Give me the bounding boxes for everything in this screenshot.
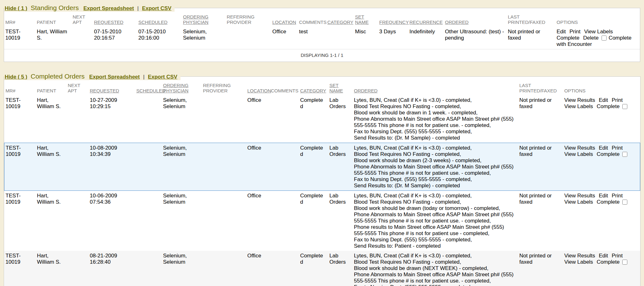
cell-location: Office xyxy=(246,95,270,143)
view-labels-link[interactable]: View Labels xyxy=(564,199,593,205)
cell-last-printed-faxed: Not printed or faxed xyxy=(518,251,563,286)
column-header-referring-provider: REFERRING PROVIDER xyxy=(225,12,271,27)
print-link[interactable]: Print xyxy=(612,253,623,259)
completed-orders-header-row: MR# PATIENT NEXT APT REQUESTED SCHEDULED… xyxy=(4,80,640,95)
order-select-checkbox[interactable] xyxy=(622,200,627,205)
cell-patient: Hart, William S. xyxy=(36,251,67,286)
column-header-requested[interactable]: REQUESTED xyxy=(89,80,135,95)
column-header-location[interactable]: LOCATION xyxy=(271,12,298,27)
cell-ordering-physician: Selenium, Selenium xyxy=(162,143,202,191)
cell-comments xyxy=(270,143,299,191)
hide-standing-orders-link[interactable]: Hide ( 1 ) xyxy=(5,5,27,11)
completed-export-separator: | xyxy=(143,74,144,80)
order-select-checkbox[interactable] xyxy=(622,104,627,109)
cell-mr-number: TEST-10019 xyxy=(4,95,36,143)
complete-link[interactable]: Complete xyxy=(597,151,620,157)
column-header-scheduled[interactable]: SCHEDULED xyxy=(137,12,182,27)
cell-options: View Results Edit Print View Labels Comp… xyxy=(563,251,640,286)
view-results-link[interactable]: View Results xyxy=(564,145,595,151)
column-header-category[interactable]: CATEGORY xyxy=(299,80,328,95)
cell-location: Office xyxy=(246,251,270,286)
column-header-requested[interactable]: REQUESTED xyxy=(93,12,137,27)
standing-orders-title: Standing Orders xyxy=(31,4,79,11)
cell-ordered: Lytes, BUN, Creat (Call if K+ is <3.0) -… xyxy=(353,251,518,286)
complete-link[interactable]: Complete xyxy=(597,103,620,109)
column-header-scheduled[interactable]: SCHEDULED xyxy=(135,80,162,95)
cell-frequency: 3 Days xyxy=(378,27,408,49)
column-header-set-name[interactable]: SET NAME xyxy=(328,80,353,95)
standing-orders-section: Hide ( 1 ) Standing Orders Export Spread… xyxy=(4,4,640,62)
cell-ordered: Lytes, BUN, Creat (Call if K+ is <3.0) -… xyxy=(353,143,518,191)
cell-scheduled xyxy=(135,251,162,286)
view-labels-link[interactable]: View Labels xyxy=(564,103,593,109)
cell-referring-provider xyxy=(202,191,246,251)
cell-category: Completed xyxy=(299,251,328,286)
complete-link[interactable]: Complete xyxy=(597,259,620,265)
standing-orders-paging-row: DISPLAYING 1-1 / 1 xyxy=(4,49,640,61)
complete-link[interactable]: Complete xyxy=(597,199,620,205)
edit-link[interactable]: Edit xyxy=(599,97,608,103)
standing-orders-header-row: MR# PATIENT NEXT APT REQUESTED SCHEDULED… xyxy=(4,12,640,27)
column-header-ordering-physician[interactable]: ORDERING PHYSICIAN xyxy=(162,80,202,95)
column-header-frequency[interactable]: FREQUENCY xyxy=(378,12,408,27)
view-labels-link[interactable]: View Labels xyxy=(564,151,593,157)
column-header-recurrence[interactable]: RECURRENCE xyxy=(408,12,444,27)
complete-link[interactable]: Complete xyxy=(557,35,580,41)
hide-completed-orders-link[interactable]: Hide ( 5 ) xyxy=(5,74,27,80)
column-header-set-name[interactable]: SET NAME xyxy=(354,12,378,27)
cell-comments xyxy=(270,251,299,286)
completed-orders-table: MR# PATIENT NEXT APT REQUESTED SCHEDULED… xyxy=(4,80,640,286)
print-link[interactable]: Print xyxy=(569,29,580,35)
column-header-ordered[interactable]: ORDERED xyxy=(444,12,507,27)
print-link[interactable]: Print xyxy=(612,145,623,151)
column-header-ordering-physician[interactable]: ORDERING PHYSICIAN xyxy=(182,12,225,27)
completed-order-row: TEST-10019 Hart, William S. 10-27-2009 1… xyxy=(4,95,640,143)
cell-patient: Hart, William S. xyxy=(36,27,71,49)
view-results-link[interactable]: View Results xyxy=(564,253,595,259)
view-labels-link[interactable]: View Labels xyxy=(584,29,613,35)
cell-next-apt xyxy=(67,191,89,251)
view-labels-link[interactable]: View Labels xyxy=(564,259,593,265)
completed-order-row-selected: TEST-10019 Hart, William S. 10-08-2009 1… xyxy=(4,143,640,191)
standing-export-spreadsheet-link[interactable]: Export Spreadsheet xyxy=(83,5,134,11)
view-results-link[interactable]: View Results xyxy=(564,97,595,103)
cell-set-name: Lab Orders xyxy=(328,143,353,191)
cell-requested: 10-06-2009 07:54:36 xyxy=(89,191,135,251)
completed-export-csv-link[interactable]: Export CSV xyxy=(148,74,177,80)
standing-export-csv-link[interactable]: Export CSV xyxy=(142,5,172,11)
edit-link[interactable]: Edit xyxy=(599,253,608,259)
edit-link[interactable]: Edit xyxy=(557,29,566,35)
column-header-referring-provider: REFERRING PROVIDER xyxy=(202,80,246,95)
cell-next-apt xyxy=(67,95,89,143)
order-select-checkbox[interactable] xyxy=(622,260,627,265)
cell-next-apt xyxy=(67,251,89,286)
print-link[interactable]: Print xyxy=(612,193,623,199)
column-header-options: OPTIONS xyxy=(563,80,640,95)
order-select-checkbox[interactable] xyxy=(622,152,627,157)
column-header-category[interactable]: CATEGORY xyxy=(326,12,354,27)
completed-order-row: TEST-10019 Hart, William S. 10-06-2009 0… xyxy=(4,191,640,251)
column-header-comments: COMMENTS xyxy=(298,12,326,27)
column-header-comments: COMMENTS xyxy=(270,80,299,95)
cell-category: Completed xyxy=(299,191,328,251)
completed-export-spreadsheet-link[interactable]: Export Spreadsheet xyxy=(89,74,140,80)
column-header-next-apt: NEXT APT xyxy=(71,12,93,27)
print-link[interactable]: Print xyxy=(612,97,623,103)
cell-mr-number: TEST-10019 xyxy=(4,191,36,251)
column-header-ordered[interactable]: ORDERED xyxy=(353,80,518,95)
edit-link[interactable]: Edit xyxy=(599,193,608,199)
cell-mr-number: TEST-10019 xyxy=(4,143,36,191)
cell-requested: 08-21-2009 16:28:40 xyxy=(89,251,135,286)
standing-orders-table: MR# PATIENT NEXT APT REQUESTED SCHEDULED… xyxy=(4,12,640,61)
column-header-location[interactable]: LOCATION xyxy=(246,80,270,95)
edit-link[interactable]: Edit xyxy=(599,145,608,151)
cell-set-name: Lab Orders xyxy=(328,191,353,251)
view-results-link[interactable]: View Results xyxy=(564,193,595,199)
cell-requested: 10-08-2009 10:34:39 xyxy=(89,143,135,191)
cell-comments xyxy=(270,191,299,251)
cell-comments: test xyxy=(298,27,326,49)
cell-options: Edit Print View Labels Complete Delete C… xyxy=(555,27,640,49)
delete-link[interactable]: Delete xyxy=(583,35,599,41)
order-select-checkbox[interactable] xyxy=(602,36,607,41)
column-header-last-printed-faxed: LAST PRINTED/FAXED xyxy=(507,12,555,27)
